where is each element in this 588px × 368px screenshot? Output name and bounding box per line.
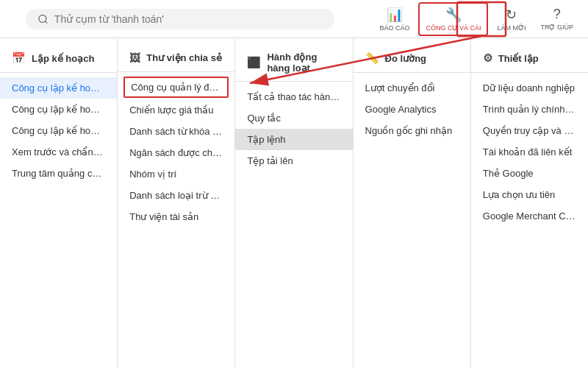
bao-cao-label: BÁO CÁO <box>379 24 409 32</box>
column-do-luong: 📏Đo lườngLượt chuyển đổiGoogle Analytics… <box>354 38 471 368</box>
thu-vien-chia-se-header-label: Thư viện chia sẻ <box>146 52 222 63</box>
nav-item-tat-ca-thao-tac[interactable]: Tất cả thao tác hàng loạt <box>235 86 352 107</box>
top-icons: 📊BÁO CÁO🔧CÔNG CỤ VÀ CÀI↻LÀM MỚI?TRỢ GIÚP <box>373 2 579 36</box>
nav-item-google-merchant-center[interactable]: Google Merchant Center <box>471 205 588 227</box>
nav-item-tap-lenh[interactable]: Tập lệnh <box>235 129 352 150</box>
nav-item-thu-vien-tai-san[interactable]: Thư viện tài sản <box>118 206 234 227</box>
search-icon <box>37 13 49 25</box>
hanh-dong-hang-loat-header-label: Hành động hàng loạt <box>267 52 340 74</box>
nav-item-chien-luoc-gia-thau[interactable]: Chiến lược giá thầu <box>118 99 234 121</box>
top-icon-tro-giup[interactable]: ?TRỢ GIÚP <box>534 2 579 36</box>
column-header-lap-ke-hoach: 📅Lập kế hoạch <box>0 47 117 73</box>
nav-item-nguon-goc-ghi-nhan[interactable]: Nguồn gốc ghi nhận <box>354 120 470 141</box>
cong-cu-va-cai-label: CÔNG CỤ VÀ CÀI <box>426 24 481 32</box>
lap-ke-hoach-header-label: Lập kế hoạch <box>32 53 94 64</box>
column-header-hanh-dong-hang-loat: ⬛Hành động hàng loạt <box>235 47 352 82</box>
column-header-thiet-lap: ⚙Thiết lập <box>471 47 588 73</box>
nav-item-quyen-truy-cap-va-bao-mat[interactable]: Quyền truy cập và bảo mật <box>471 120 588 141</box>
nav-item-trung-tam-quang-cao[interactable]: Trung tâm quảng cáo ứng dụng <box>0 163 117 184</box>
nav-item-quy-tac[interactable]: Quy tắc <box>235 107 352 129</box>
column-thu-vien-chia-se: 🖼Thư viện chia sẻCông cụ quản lý đối tượ… <box>118 38 235 368</box>
do-luong-header-label: Đo lường <box>385 53 426 64</box>
main-content: 📅Lập kế hoạchCông cụ lập kế hoạch hiệu s… <box>0 38 588 368</box>
hanh-dong-hang-loat-header-icon: ⬛ <box>247 56 261 69</box>
lap-ke-hoach-header-icon: 📅 <box>12 52 26 65</box>
nav-item-danh-sach-tu-khoa-phu-dinh[interactable]: Danh sách từ khóa phủ định <box>118 121 234 142</box>
nav-item-cong-cu-quan-ly-doi-tuong[interactable]: Công cụ quản lý đối tượng <box>123 77 229 98</box>
cong-cu-va-cai-symbol: 🔧 <box>445 7 462 23</box>
svg-point-0 <box>39 15 46 22</box>
lam-moi-label: LÀM MỚI <box>497 24 526 32</box>
top-bar: 📊BÁO CÁO🔧CÔNG CỤ VÀ CÀI↻LÀM MỚI?TRỢ GIÚP <box>0 0 588 38</box>
search-box[interactable] <box>26 9 334 29</box>
bao-cao-symbol: 📊 <box>387 7 403 23</box>
nav-item-google-analytics[interactable]: Google Analytics <box>354 99 470 120</box>
tro-giup-label: TRỢ GIÚP <box>540 24 573 31</box>
nav-item-lua-chon-uu-tien[interactable]: Lựa chọn ưu tiên <box>471 184 588 205</box>
nav-item-xem-truoc-chan-doan[interactable]: Xem trước và chẩn đoán quảng cáo <box>0 141 117 163</box>
column-header-thu-vien-chia-se: 🖼Thư viện chia sẻ <box>118 47 234 72</box>
nav-item-trinh-quan-ly-chinh-sach[interactable]: Trình quản lý chính sách <box>471 99 588 120</box>
tro-giup-symbol: ? <box>553 7 561 22</box>
nav-item-luot-chuyen-doi[interactable]: Lượt chuyển đổi <box>354 77 470 99</box>
nav-item-danh-sach-loai-tru-vi-tri[interactable]: Danh sách loại trừ vị trí <box>118 185 234 206</box>
search-input[interactable] <box>54 13 323 25</box>
nav-item-nhom-vi-tri[interactable]: Nhóm vị trí <box>118 163 234 185</box>
do-luong-header-icon: 📏 <box>365 52 379 65</box>
svg-line-1 <box>45 21 47 23</box>
column-hanh-dong-hang-loat: ⬛Hành động hàng loạtTất cả thao tác hàng… <box>235 38 353 368</box>
column-header-do-luong: 📏Đo lường <box>354 47 470 73</box>
lam-moi-symbol: ↻ <box>506 7 517 23</box>
nav-item-cong-cu-lap-ke-hoach-tu-khoa[interactable]: Công cụ lập kế hoạch từ khóa <box>0 99 117 120</box>
column-lap-ke-hoach: 📅Lập kế hoạchCông cụ lập kế hoạch hiệu s… <box>0 38 118 368</box>
nav-item-ngan-sach-duoc-chia-se[interactable]: Ngân sách được chia sẻ <box>118 142 234 163</box>
nav-item-cong-cu-lap-ke-hoach-tiep-can[interactable]: Công cụ lập kế hoạch tiếp cận <box>0 120 117 141</box>
nav-item-tep-tai-len[interactable]: Tệp tải lên <box>235 150 352 171</box>
thu-vien-chia-se-header-icon: 🖼 <box>129 52 140 64</box>
nav-item-the-google[interactable]: Thẻ Google <box>471 163 588 184</box>
top-icon-lam-moi[interactable]: ↻LÀM MỚI <box>491 2 531 36</box>
nav-item-du-lieu-doanh-nghiep[interactable]: Dữ liệu doanh nghiệp <box>471 77 588 99</box>
thiet-lap-header-label: Thiết lập <box>498 53 539 64</box>
top-icon-cong-cu-va-cai[interactable]: 🔧CÔNG CỤ VÀ CÀI <box>418 2 488 36</box>
top-icon-bao-cao[interactable]: 📊BÁO CÁO <box>373 2 415 36</box>
thiet-lap-header-icon: ⚙ <box>483 52 492 65</box>
column-thiet-lap: ⚙Thiết lậpDữ liệu doanh nghiệpTrình quản… <box>471 38 588 368</box>
nav-item-tai-khoan-da-lien-ket[interactable]: Tài khoản đã liên kết <box>471 141 588 163</box>
nav-item-cong-cu-lap-ke-hoach-hieu-suat[interactable]: Công cụ lập kế hoạch hiệu suất <box>0 77 117 99</box>
